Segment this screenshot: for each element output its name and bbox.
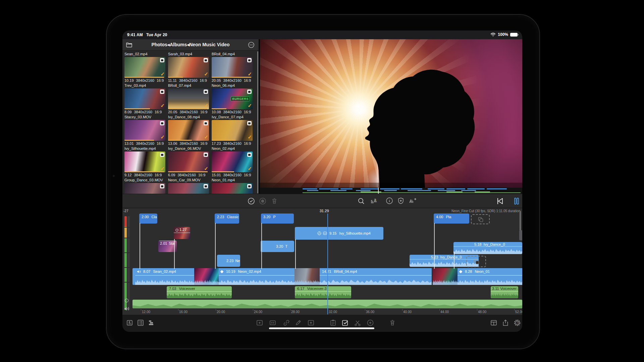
clip-name: Stacey_03.MOV <box>124 115 166 119</box>
settings-gear-icon[interactable]: ? <box>513 319 521 327</box>
sort-by-name-icon[interactable]: a <box>370 197 378 205</box>
main-clip[interactable]: 8.28Neon_01 <box>458 268 522 285</box>
title-clip[interactable]: 2.00Cla <box>139 214 157 224</box>
more-options-icon[interactable] <box>248 42 255 48</box>
minimap-clip <box>408 190 431 191</box>
library-clip[interactable]: BRoll_07.mp4✓20.053840x216016:9 <box>168 83 210 115</box>
clip-meta: 8.093840x216016:9 <box>124 110 166 114</box>
main-clip-thumbnail[interactable] <box>294 268 320 285</box>
overwrite-clip-icon[interactable] <box>269 319 277 327</box>
previous-edit-button[interactable] <box>495 197 503 205</box>
main-clip-sliver[interactable] <box>132 268 135 285</box>
clip-connector <box>174 239 175 269</box>
overlay-clip[interactable]: 3.20T <box>261 241 294 252</box>
main-clip-thumbnail[interactable] <box>194 268 219 285</box>
svg-text:a: a <box>374 197 376 202</box>
toolbar-strip: a <box>122 194 522 208</box>
media-type-icon <box>204 121 208 125</box>
select-mode-icon[interactable] <box>341 319 349 327</box>
voiceover-clip[interactable]: 7.03Voiceover <box>167 286 232 298</box>
collapsed-clip-sliver[interactable] <box>519 230 522 240</box>
main-clip[interactable]: 14.21BRoll_04.mp4 <box>320 268 432 285</box>
timeline-panel[interactable]: -27 31.29 Neon_Fine Cut (30 fps, SDR) 1:… <box>122 208 522 315</box>
media-type-icon <box>160 184 164 188</box>
voiceover-clip[interactable]: 3.11Voiceover- <box>491 286 518 298</box>
overlay-clip-ivy-silhouette[interactable]: 9.15Ivy_Silhouette.mp4 <box>295 227 383 240</box>
library-clip[interactable]: Ivy_Dance_07.mp4✓17.233840x216016:9 <box>212 115 254 146</box>
title-clip[interactable]: 2.23Classic <box>215 214 239 224</box>
clip-thumbnail: ✓ <box>212 57 253 78</box>
share-export-icon[interactable] <box>501 319 509 327</box>
selected-check-icon: ✓ <box>204 134 208 140</box>
media-type-icon <box>204 184 208 188</box>
usage-bar <box>168 171 208 172</box>
main-clip[interactable]: 10.19Neon_02.mp4 <box>219 268 294 285</box>
minimap-playhead[interactable] <box>378 188 379 194</box>
library-clip[interactable]: Ivy_Dance_06.MOV✓6.093840x216016:9 <box>168 146 210 178</box>
library-clip[interactable]: Sean_02.mp4✓10.193840x216016:9 <box>124 52 166 83</box>
selected-check-icon: ✓ <box>204 166 208 172</box>
main-clip-thumbnail[interactable] <box>433 268 458 285</box>
home-indicator[interactable] <box>269 327 374 329</box>
timeline-playhead[interactable] <box>327 214 328 314</box>
library-breadcrumb[interactable]: Photos◂Albums◂Neon Music Video <box>122 42 259 47</box>
library-clip[interactable]: Ivy_Dance_08.mp4✓13.063840x216016:9 <box>168 115 210 146</box>
add-marker-icon[interactable] <box>366 319 374 327</box>
media-type-icon <box>247 89 252 94</box>
delete-clip-icon[interactable] <box>388 319 396 327</box>
multiselect-icon[interactable] <box>247 197 255 205</box>
shield-add-icon[interactable] <box>397 197 405 205</box>
pause-button[interactable] <box>512 197 520 205</box>
library-clip[interactable]: BRoll_04.mp4✓20.053840x216016:9 <box>212 52 254 83</box>
library-clip[interactable]: Neon_01.mp4 <box>212 178 254 194</box>
insert-clip-icon[interactable] <box>256 319 264 327</box>
main-clip[interactable]: 8.07Sean_02.mp4 <box>135 268 194 285</box>
clip-meta: 11.113840x216016:9 <box>168 78 210 82</box>
media-type-icon <box>160 121 164 125</box>
edit-pencil-icon[interactable] <box>294 319 302 327</box>
clip-info-icon[interactable] <box>385 197 393 205</box>
import-media-icon[interactable] <box>126 319 134 327</box>
clip-name: Sarah_03.mp4 <box>168 52 210 56</box>
timeline-ruler[interactable]: 12.00 16.00 20.00 24.00 28.00 32.00 36.0… <box>122 309 522 315</box>
overlay-clip[interactable]: 2.23Neon_ <box>217 255 240 267</box>
minimap-clip <box>330 190 346 191</box>
clipboard-icon[interactable] <box>329 319 337 327</box>
audio-ducking-icon[interactable] <box>408 197 416 205</box>
minimap-clip <box>340 188 353 189</box>
usage-bar <box>168 77 183 78</box>
library-clip[interactable]: Trev_03.mp4✓8.093840x216016:9 <box>124 83 166 115</box>
clip-thumbnail: ✓ <box>124 152 165 172</box>
library-clip[interactable]: Neon_02.mp4✓15.013840x216016:9 <box>212 146 254 178</box>
track-layout-icon[interactable] <box>148 319 156 327</box>
clip-name: Group_Dance_03.MOV <box>124 178 166 182</box>
split-scissors-icon[interactable] <box>354 319 362 327</box>
search-icon[interactable] <box>357 197 365 205</box>
program-monitor[interactable] <box>260 39 522 188</box>
record-arm-ring[interactable] <box>125 299 128 302</box>
effects-icon[interactable] <box>307 319 315 327</box>
media-type-icon <box>204 58 208 62</box>
minimap-clip <box>428 188 444 189</box>
library-clip[interactable]: Stacey_03.MOV✓13.013840x216016:9 <box>124 115 166 146</box>
paste-target-slot[interactable] <box>471 214 490 224</box>
record-icon[interactable] <box>259 197 267 205</box>
library-scrollbar[interactable] <box>257 51 258 193</box>
workspace-layout-icon[interactable] <box>490 319 498 327</box>
trash-icon[interactable] <box>270 197 278 205</box>
library-clip[interactable]: Group_Dance_03.MOV <box>124 178 166 194</box>
library-clip[interactable]: Neon_06.mp4BURGERS✓10.083840x216016:9 <box>212 83 254 115</box>
overlay-clip[interactable]: 5.18Ivy_Dance_0 <box>453 242 522 254</box>
library-clip[interactable]: Sarah_03.mp4✓11.113840x216016:9 <box>168 52 210 83</box>
title-clip[interactable]: 4.00Pla <box>434 214 469 224</box>
link-clips-icon[interactable] <box>282 319 290 327</box>
title-clip[interactable]: 3.20P <box>261 214 294 224</box>
keyframe-icon <box>459 270 463 274</box>
library-clip[interactable]: Ivy_Silhouette.mp4✓9.123840x216016:9 <box>124 146 166 178</box>
track-headers-icon[interactable] <box>137 319 145 327</box>
overlay-clip[interactable]: 1.27 <box>174 227 190 239</box>
voiceover-clip[interactable]: 6.17Voiceover-3 <box>295 286 351 298</box>
paste-target-slot[interactable] <box>466 256 486 267</box>
timeline-minimap[interactable] <box>260 188 522 194</box>
library-clip[interactable]: Neon_Car_09.MOV <box>168 178 210 194</box>
